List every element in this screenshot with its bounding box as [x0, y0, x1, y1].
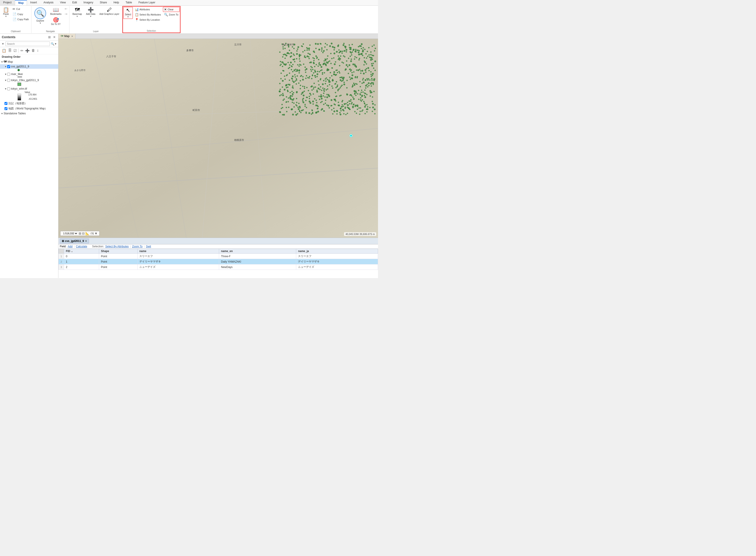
explore-button[interactable]: 🔍 Explore ▼ — [33, 6, 48, 25]
list-by-drawing-order-btn[interactable]: 📋 — [1, 48, 7, 53]
svg-point-178 — [364, 64, 365, 66]
move-layer-btn[interactable]: ↕ — [36, 48, 39, 53]
contents-toolbar: 📋 🗄 ☑ ✏ ➕ 🗑 ↕ — [0, 47, 58, 55]
tree-item-cvs[interactable]: ▼ cvs_jgd2011_9 — [0, 64, 58, 69]
zoom-to-button[interactable]: 🔍 Zoom To — [163, 12, 179, 17]
shape-header[interactable]: Shape — [99, 249, 138, 254]
svg-point-681 — [303, 43, 304, 45]
svg-point-215 — [329, 61, 330, 62]
tokyo-poly-checkbox[interactable] — [7, 79, 10, 82]
nav-forward-icon[interactable]: → — [64, 12, 68, 16]
svg-point-567 — [356, 105, 357, 106]
svg-point-536 — [360, 70, 362, 72]
attr-grid[interactable]: FID ▲ Shape name name_en name_ja 1 0 Poi… — [59, 249, 378, 278]
calculate-button[interactable]: Calculate — [76, 245, 87, 248]
search-input[interactable] — [5, 41, 50, 46]
table-icon[interactable]: ⊞ — [79, 232, 81, 235]
table-row[interactable]: 2 1 Point デイリーヤマザキ Daily YAMAZAKI デイリーヤマ… — [59, 259, 378, 265]
measure-icon[interactable]: 📐 — [85, 232, 89, 235]
tree-item-river[interactable]: ▼ river_9kei — [0, 72, 58, 76]
tab-view[interactable]: View — [57, 0, 69, 5]
svg-point-146 — [323, 104, 324, 105]
topo-checkbox[interactable] — [4, 107, 7, 110]
zoom-to-toolbar-btn[interactable]: Zoom To — [132, 245, 142, 248]
select-by-attributes-button[interactable]: 📋 Select By Attributes — [134, 12, 162, 17]
copy-button[interactable]: 📄 Copy — [11, 12, 30, 16]
tab-imagery[interactable]: Imagery — [80, 0, 97, 5]
select-by-attrs-toolbar-btn[interactable]: Select By Attributes — [105, 245, 129, 248]
edit-layer-btn[interactable]: ✏ — [20, 48, 24, 53]
bookmarks-button[interactable]: 📖 Bookmarks — [48, 6, 63, 16]
tree-item-annotation[interactable]: 注記（地形図） — [0, 101, 58, 106]
tab-project[interactable]: Project — [0, 0, 15, 5]
tree-item-srtm[interactable]: ▼ tokyo_srtm.tif — [0, 86, 58, 91]
search-button[interactable]: 🔍 — [51, 42, 55, 45]
scale-selector[interactable]: 1:518,332 — [62, 232, 78, 235]
add-layer-btn[interactable]: ➕ — [25, 48, 30, 53]
attr-table-tab-close[interactable]: ✕ — [85, 240, 87, 243]
srtm-val-high: Value — [25, 91, 30, 94]
svg-point-249 — [322, 88, 323, 89]
tree-item-tokyo-poly[interactable]: ▼ tokyo_23ku_jgd2011_9 — [0, 78, 58, 82]
table-row[interactable]: 3 2 Point ニューデイズ NewDays ニューデイズ — [59, 265, 378, 270]
add-data-button[interactable]: ➕ Add Data ▼ — [84, 6, 97, 19]
grid-icon[interactable]: ⊟ — [82, 232, 85, 235]
name-header[interactable]: name — [137, 249, 219, 254]
basemap-button[interactable]: 🗺 Basemap ▼ — [71, 6, 83, 19]
map-tab-bar: 🗺 Map ✕ — [59, 34, 378, 39]
svg-point-611 — [351, 77, 352, 79]
navigate-group-label: Navigate — [31, 30, 69, 33]
tab-map[interactable]: Map — [15, 0, 27, 5]
scale-tools-dropdown[interactable]: ▼ — [94, 232, 98, 235]
north-arrow-icon[interactable]: ↑N — [90, 232, 94, 235]
name-ja-header[interactable]: name_ja — [296, 249, 378, 254]
list-by-selection-btn[interactable]: ☑ — [13, 48, 17, 53]
river-checkbox[interactable] — [7, 73, 10, 76]
tree-item-standalone[interactable]: ▼ Standalone Tables — [0, 111, 58, 116]
name-en-header[interactable]: name_en — [219, 249, 296, 254]
select-button[interactable]: ↖ Select ▼ — [124, 7, 133, 19]
tab-insert[interactable]: Insert — [27, 0, 40, 5]
svg-point-625 — [309, 93, 311, 94]
tree-item-topo[interactable]: 地図（World Topographic Map） — [0, 106, 58, 111]
svg-point-601 — [321, 101, 323, 102]
map-viewport[interactable]: // dots generated by JS below 八王子市 多摩市 あ… — [59, 39, 378, 238]
svg-point-425 — [315, 111, 317, 113]
search-dropdown[interactable]: ▼ — [55, 42, 57, 45]
fid-header[interactable]: FID ▲ — [64, 249, 99, 254]
tree-item-map[interactable]: ▼ 🗺 Map — [0, 59, 58, 64]
tab-analysis[interactable]: Analysis — [40, 0, 57, 5]
svg-point-450 — [360, 92, 362, 93]
map-tab[interactable]: 🗺 Map ✕ — [59, 34, 75, 39]
goto-xy-button[interactable]: 🎯 Go To XY — [48, 16, 63, 26]
table-row[interactable]: 1 0 Point スリーエフ Three-F スリーエフ — [59, 254, 378, 259]
select-by-location-button[interactable]: 📍 Select By Location — [134, 17, 162, 22]
map-tab-close-btn[interactable]: ✕ — [71, 35, 73, 37]
tab-feature-layer[interactable]: Feature Layer — [135, 0, 159, 5]
contents-close-btn[interactable]: ✕ — [53, 35, 57, 39]
cut-button[interactable]: ✂ Cut — [11, 6, 30, 11]
svg-point-583 — [337, 72, 338, 73]
remove-layer-btn[interactable]: 🗑 — [31, 48, 35, 53]
tab-share[interactable]: Share — [97, 0, 110, 5]
attr-table-tab[interactable]: ⊞ cvs_jgd2011_9 ✕ — [60, 239, 89, 244]
paste-button[interactable]: 📋 Paste ▼ — [1, 6, 10, 19]
list-by-data-source-btn[interactable]: 🗄 — [8, 48, 12, 53]
tab-table[interactable]: Table — [123, 0, 136, 5]
tab-edit[interactable]: Edit — [69, 0, 80, 5]
clear-button[interactable]: ✕ Clear — [163, 7, 179, 12]
attributes-button[interactable]: 📊 Attributes — [134, 7, 162, 12]
copy-path-button[interactable]: 📄 Copy Path — [11, 17, 30, 22]
svg-point-792 — [365, 71, 367, 73]
add-graphics-button[interactable]: 🖊 Add Graphics Layer — [98, 6, 121, 16]
srtm-checkbox[interactable] — [7, 88, 10, 90]
cvs-checkbox[interactable] — [7, 65, 10, 68]
add-field-button[interactable]: Add — [68, 245, 72, 248]
tab-help[interactable]: Help — [110, 0, 123, 5]
svg-point-654 — [364, 96, 366, 98]
contents-pin-btn[interactable]: ⊞ — [47, 35, 51, 39]
annotation-checkbox[interactable] — [4, 102, 7, 105]
switch-btn[interactable]: Swit — [146, 245, 151, 248]
svg-point-406 — [282, 46, 284, 48]
nav-back-icon[interactable]: ← — [64, 6, 68, 11]
